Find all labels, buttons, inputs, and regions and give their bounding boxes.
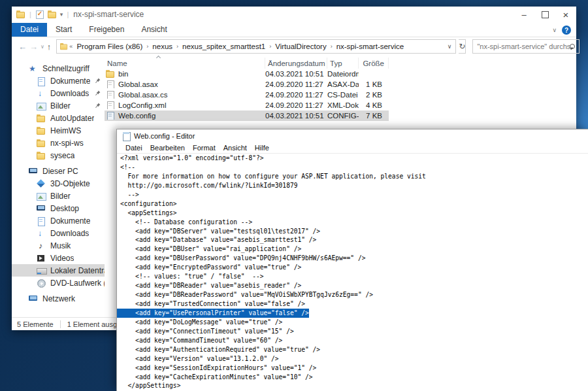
star-icon — [29, 65, 38, 73]
new-folder-icon[interactable] — [48, 10, 57, 18]
sidebar-item-dvd-laufwerk-d-s[interactable]: DVD-Laufwerk (D:) S — [12, 277, 105, 289]
ribbon-tab-freigeben[interactable]: Freigeben — [80, 23, 133, 37]
up-button[interactable]: ↑ — [47, 42, 52, 52]
file-name: LogConfig.xml — [118, 101, 167, 109]
menu-datei[interactable]: Datei — [122, 144, 146, 152]
computer-icon — [29, 167, 38, 175]
sidebar-item-label: HeimWS — [50, 126, 81, 135]
sidebar-item-downloads[interactable]: Downloads — [12, 87, 105, 99]
config-line: For more information on how to configure… — [120, 172, 588, 181]
config-line: <configuration> — [120, 199, 588, 209]
file-row-global-asax[interactable]: Global.asax24.09.2020 11:27ASAX-Datei1 K… — [105, 79, 389, 90]
refresh-button[interactable]: ↻ — [459, 39, 466, 54]
config-line: <add key="DBReaderPassword" value="MqVOi… — [120, 290, 588, 299]
desktop-icon — [37, 205, 46, 212]
sidebar-item-label: syseca — [50, 151, 74, 160]
ribbon-tab-start[interactable]: Start — [47, 23, 80, 37]
notepad-titlebar[interactable]: Web.config - Editor — [117, 129, 588, 143]
back-button[interactable]: ← — [18, 42, 27, 52]
file-size: 7 KB — [359, 112, 385, 120]
pin-icon — [95, 89, 101, 98]
breadcrumb-item-program-files-x86[interactable]: Program Files (x86) — [74, 42, 144, 51]
column-header-gr-e[interactable]: Größe — [359, 58, 389, 69]
address-bar[interactable]: «Program Files (x86)›nexus›nexus_spitex_… — [56, 39, 456, 54]
config-line: <add key="Database" value="asebis_smartt… — [120, 235, 588, 245]
folder-icon — [106, 70, 115, 78]
forward-button[interactable]: → — [29, 42, 38, 52]
sidebar-item-videos[interactable]: Videos — [12, 252, 105, 264]
doc-icon — [37, 217, 46, 225]
column-header-name[interactable]: Name — [105, 58, 265, 69]
config-line-text: --> — [120, 191, 139, 198]
explorer-titlebar[interactable]: | ▾ | nx-spi-smart-service — [12, 7, 576, 22]
sidebar-item-3d-objekte[interactable]: 3D-Objekte — [12, 177, 105, 190]
recent-locations-icon[interactable]: ∨ — [41, 44, 44, 50]
sidebar-item-label: Musik — [50, 241, 71, 250]
file-date: 24.09.2020 11:27 — [265, 91, 327, 99]
menu-hilfe[interactable]: Hilfe — [251, 144, 273, 152]
breadcrumb-item-nexus-spitex-smarttest1[interactable]: nexus_spitex_smarttest1 — [180, 42, 267, 51]
properties-icon[interactable] — [35, 10, 44, 18]
sidebar-item-autoupdater[interactable]: AutoUpdater — [12, 112, 105, 124]
file-row-web-config[interactable]: Web.config04.03.2021 10:51CONFIG-Datei7 … — [105, 110, 389, 121]
file-size: 4 KB — [359, 101, 385, 109]
ribbon-tab-ansicht[interactable]: Ansicht — [133, 23, 175, 37]
qat-customize-icon[interactable]: ▾ — [60, 11, 63, 18]
ribbon-tab-datei[interactable]: Datei — [12, 23, 47, 37]
expand-ribbon-icon[interactable]: ∨ — [552, 27, 557, 33]
column-headers: NameÄnderungsdatumTypGröße — [105, 58, 576, 69]
sidebar-item-label: DVD-Laufwerk (D:) S — [50, 279, 105, 288]
sidebar-item-bilder[interactable]: Bilder — [12, 190, 105, 202]
sidebar-item-dokumente[interactable]: Dokumente — [12, 75, 105, 87]
address-dropdown-icon[interactable]: ∨ — [444, 43, 456, 50]
sidebar-item-lokaler-datentr-ger[interactable]: Lokaler Datenträger — [12, 264, 105, 277]
search-input[interactable]: "nx-spi-smart-service" durchs... — [472, 39, 580, 54]
file-name: Web.config — [118, 112, 155, 120]
sidebar-item-dokumente[interactable]: Dokumente — [12, 214, 105, 227]
file-row-global-asax-cs[interactable]: Global.asax.cs24.09.2020 11:27CS-Datei2 … — [105, 90, 389, 100]
sidebar-item-syseca[interactable]: syseca — [12, 149, 105, 162]
notepad-menubar: DateiBearbeitenFormatAnsichtHilfe — [117, 143, 588, 154]
minimize-button[interactable] — [514, 7, 534, 22]
sidebar-item-bilder[interactable]: Bilder — [12, 99, 105, 112]
file-row-logconfig-xml[interactable]: LogConfig.xml24.09.2020 11:27XML-Dokumen… — [105, 100, 389, 110]
sidebar-section-label: Netzwerk — [42, 294, 75, 303]
sidebar-item-nx-spi-ws[interactable]: nx-spi-ws — [12, 137, 105, 149]
config-line: <add key="SessionIdExpirationHours" valu… — [120, 364, 588, 373]
sidebar-item-downloads[interactable]: Downloads — [12, 227, 105, 239]
column-header-nderungsdatum[interactable]: Änderungsdatum — [265, 58, 327, 69]
close-button[interactable] — [555, 7, 576, 22]
notepad-text-area[interactable]: <?xml version="1.0" encoding="utf-8"?><!… — [117, 154, 588, 391]
breadcrumb-separator-icon: › — [176, 43, 179, 50]
config-line-text: <add key="UsePersonalPrinter" value="fal… — [117, 309, 309, 318]
help-icon[interactable]: ? — [562, 26, 571, 35]
sidebar-section-schnellzugriff[interactable]: Schnellzugriff — [12, 62, 105, 75]
sidebar-item-label: nx-spi-ws — [50, 139, 84, 148]
breadcrumb-item-nexus[interactable]: nexus — [150, 42, 174, 51]
config-line-text: <add key="DBServer" value="testsql01\tes… — [120, 228, 320, 235]
file-row-bin[interactable]: bin04.03.2021 10:51Dateiordner — [105, 69, 389, 79]
file-date: 24.09.2020 11:27 — [265, 80, 327, 88]
download-icon — [37, 90, 46, 97]
page-icon — [106, 101, 115, 109]
sidebar-item-desktop[interactable]: Desktop — [12, 202, 105, 214]
video-icon — [37, 254, 46, 262]
breadcrumb-collapsed-icon[interactable]: « — [69, 43, 73, 50]
sidebar-item-heimws[interactable]: HeimWS — [12, 124, 105, 137]
config-line: --> — [120, 190, 588, 199]
sidebar-item-label: Bilder — [50, 192, 71, 201]
menu-format[interactable]: Format — [189, 144, 220, 152]
column-header-typ[interactable]: Typ — [327, 58, 359, 69]
config-line: </appSettings> — [120, 381, 588, 390]
breadcrumb-item-nx-spi-smart-service[interactable]: nx-spi-smart-service — [335, 42, 406, 51]
maximize-button[interactable] — [534, 7, 555, 22]
config-line: <add key="Version" value="13.1.2.0" /> — [120, 354, 588, 364]
menu-bearbeiten[interactable]: Bearbeiten — [146, 144, 189, 152]
menu-ansicht[interactable]: Ansicht — [220, 144, 251, 152]
breadcrumb-separator-icon: › — [330, 43, 333, 50]
config-line-text: <add key="DBReaderPassword" value="MqVOi… — [120, 291, 373, 298]
sidebar-section-dieser-pc[interactable]: Dieser PC — [12, 165, 105, 177]
sidebar-item-musik[interactable]: Musik — [12, 239, 105, 252]
breadcrumb-item-virtualdirectory[interactable]: VirtualDirectory — [273, 42, 328, 51]
sidebar-section-netzwerk[interactable]: Netzwerk — [12, 292, 105, 305]
